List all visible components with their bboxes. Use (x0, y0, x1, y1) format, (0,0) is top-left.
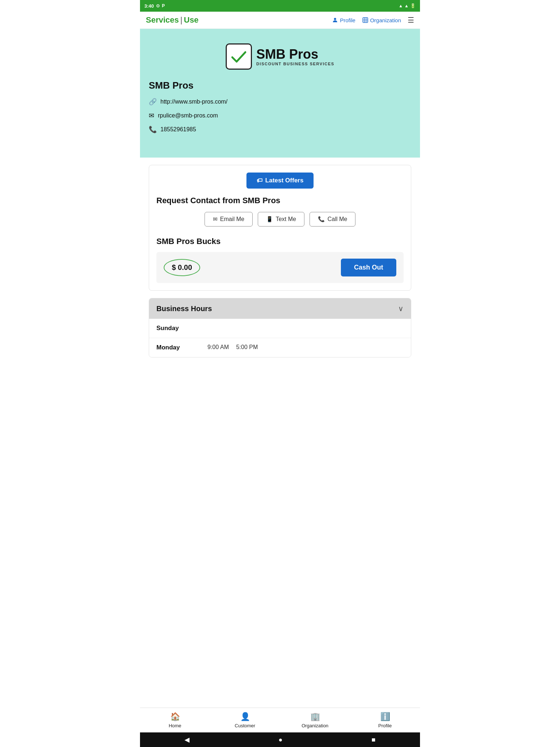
latest-offers-row: 🏷 Latest Offers (156, 173, 404, 189)
smb-pros-logo: SMB Pros Discount Business Services (226, 43, 334, 70)
email-me-label: Email Me (220, 216, 245, 222)
battery-icon: 🔋 (410, 3, 416, 8)
business-hours-sunday: Sunday (149, 319, 411, 338)
profile-icon (332, 17, 338, 23)
monday-label: Monday (156, 344, 207, 351)
latest-offers-label: Latest Offers (265, 177, 304, 184)
status-notification-icon: ⊙ (156, 3, 160, 8)
logo-text-sub: Discount Business Services (256, 62, 334, 66)
organization-icon (362, 17, 369, 23)
hero-email-row: ✉ rpulice@smb-pros.com (149, 112, 218, 120)
monday-open: 9:00 AM (207, 344, 229, 351)
phone-icon: 📞 (149, 125, 157, 133)
hero-website-row: 🔗 http://www.smb-pros.com/ (149, 98, 228, 106)
status-location-icon: P (162, 3, 165, 8)
contact-buttons-row: ✉ Email Me 📱 Text Me 📞 Call Me (156, 212, 404, 227)
request-contact-title: Request Contact from SMB Pros (156, 196, 404, 205)
latest-offers-button[interactable]: 🏷 Latest Offers (246, 173, 314, 189)
logo-text-main: SMB Pros (256, 47, 334, 62)
nav-organization-label: Organization (370, 17, 401, 23)
logo-checkmark-icon (229, 47, 248, 66)
wifi-icon: ▲ (398, 3, 403, 8)
nav-right: Profile Organization ☰ (332, 16, 414, 24)
business-hours-monday: Monday 9:00 AM 5:00 PM (149, 338, 411, 357)
email-icon: ✉ (149, 112, 154, 120)
call-me-label: Call Me (327, 216, 347, 222)
business-hours-chevron-icon: ∨ (398, 304, 404, 313)
tag-icon: 🏷 (257, 177, 262, 184)
text-me-button[interactable]: 📱 Text Me (258, 212, 304, 227)
call-me-button[interactable]: 📞 Call Me (310, 212, 355, 227)
nav-organization[interactable]: Organization (362, 17, 401, 23)
status-bar-left: 3:40 ⊙ P (144, 3, 165, 9)
brand-name-use: Use (184, 15, 198, 25)
nav-profile[interactable]: Profile (332, 17, 355, 23)
call-me-icon: 📞 (318, 216, 325, 222)
main-card: 🏷 Latest Offers Request Contact from SMB… (149, 165, 411, 291)
status-bar: 3:40 ⊙ P ▲ ▲ 🔋 (140, 0, 420, 12)
hero-email: rpulice@smb-pros.com (158, 112, 218, 119)
logo-checkbox (226, 43, 252, 70)
brand-logo: Services | Use (146, 15, 199, 25)
svg-rect-1 (363, 18, 368, 23)
nav-profile-label: Profile (340, 17, 355, 23)
logo-text-group: SMB Pros Discount Business Services (256, 47, 334, 66)
hero-website-link[interactable]: http://www.smb-pros.com/ (160, 98, 228, 105)
signal-icon: ▲ (404, 3, 409, 8)
business-hours-section: Business Hours ∨ Sunday Monday 9:00 AM 5… (149, 298, 411, 357)
email-me-button[interactable]: ✉ Email Me (205, 212, 253, 227)
hero-phone-row: 📞 18552961985 (149, 125, 196, 133)
external-link-icon: 🔗 (149, 98, 157, 106)
hero-company-name: SMB Pros (149, 80, 194, 91)
hero-logo-container: SMB Pros Discount Business Services (149, 43, 411, 70)
cash-out-button[interactable]: Cash Out (341, 259, 396, 276)
hero-phone: 18552961985 (160, 126, 196, 133)
smb-bucks-row: $ 0.00 Cash Out (156, 252, 404, 283)
status-time: 3:40 (144, 3, 154, 9)
brand-separator: | (180, 15, 183, 25)
brand-name-services: Services (146, 15, 179, 25)
hamburger-menu-icon[interactable]: ☰ (408, 16, 414, 24)
brand-use-text: Use (184, 15, 198, 25)
email-me-icon: ✉ (213, 216, 218, 222)
hero-banner: SMB Pros Discount Business Services SMB … (140, 29, 420, 158)
monday-close: 5:00 PM (236, 344, 258, 351)
bucks-amount: $ 0.00 (164, 259, 200, 276)
business-hours-header[interactable]: Business Hours ∨ (149, 298, 411, 319)
status-bar-right: ▲ ▲ 🔋 (398, 3, 416, 8)
svg-point-0 (334, 18, 336, 20)
text-me-icon: 📱 (266, 216, 273, 222)
monday-hours: 9:00 AM 5:00 PM (207, 344, 258, 351)
business-hours-title: Business Hours (156, 305, 212, 313)
sunday-label: Sunday (156, 325, 207, 332)
top-nav: Services | Use Profile Organization ☰ (140, 12, 420, 29)
smb-bucks-title: SMB Pros Bucks (156, 237, 404, 246)
text-me-label: Text Me (276, 216, 296, 222)
